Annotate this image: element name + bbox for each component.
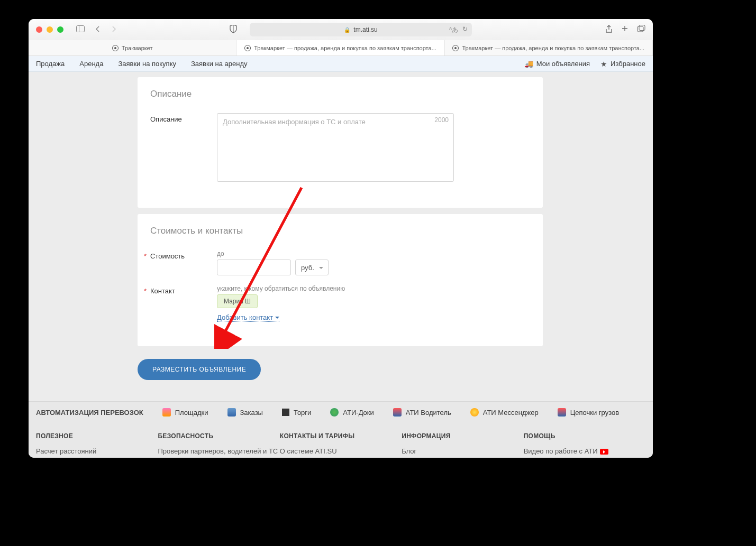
minimize-window-button[interactable] [47,26,53,33]
contact-hint: укажите, к кому обратиться по объявлению [217,285,530,292]
char-count: 2000 [434,116,449,124]
forward-button[interactable] [108,24,120,35]
docs-icon [330,408,339,417]
messenger-icon [470,408,479,417]
window-controls [36,26,63,33]
orders-icon [227,408,236,417]
footer-col-help: ПОМОЩЬ Видео по работе с АТИ [524,432,645,458]
tab-label: Тракмаркет [122,45,153,51]
browser-tab[interactable]: Тракмаркет — продажа, аренда и покупка п… [236,40,444,55]
price-hint: до [217,250,530,257]
footer-col-useful: ПОЛЕЗНОЕ Расчет расстояний [36,432,158,458]
sidebar-toggle-icon[interactable] [73,24,88,35]
description-label: Описание [150,113,217,123]
browser-tab[interactable]: Тракмаркет [29,40,236,55]
contact-chip[interactable]: Мария Ш [217,294,258,308]
nav-item-sale[interactable]: Продажа [36,60,65,68]
privacy-shield-icon[interactable] [230,25,237,35]
favicon-icon [452,45,459,51]
favorites-label: Избранное [611,60,645,68]
titlebar: 🔒 tm.ati.su ᴬあ ↻ [29,19,653,40]
strip-link-orders[interactable]: Заказы [227,408,263,417]
price-contacts-section: Стоимость и контакты Стоимость до руб. К… [138,214,543,346]
strip-link-docs[interactable]: АТИ-Доки [330,408,374,417]
favicon-icon [112,45,119,51]
page-body: Описание Описание 2000 Стоимость и конта… [29,72,653,458]
tab-label: Тракмаркет — продажа, аренда и покупка п… [254,45,436,51]
col-title: ПОЛЕЗНОЕ [36,432,158,440]
nav-item-rent-requests[interactable]: Заявки на аренду [191,60,248,68]
auctions-icon [282,409,289,416]
col-title: ПОМОЩЬ [524,432,645,440]
currency-value: руб. [301,264,314,272]
footer-link[interactable]: Блог [402,447,523,455]
url-text: tm.ati.su [353,26,377,33]
driver-icon [393,408,402,417]
strip-heading: АВТОМАТИЗАЦИЯ ПЕРЕВОЗОК [36,409,143,417]
browser-tabs: Тракмаркет Тракмаркет — продажа, аренда … [29,40,653,56]
browser-tab[interactable]: Тракмаркет — продажа, аренда и покупка п… [445,40,653,55]
chevron-down-icon [275,317,279,321]
browser-window: 🔒 tm.ati.su ᴬあ ↻ Тракмаркет [29,19,653,458]
maximize-window-button[interactable] [57,26,63,33]
my-ads-link[interactable]: 🚚 Мои объявления [524,60,590,68]
footer-link[interactable]: Проверки партнеров, водителей и ТС [158,447,279,455]
footer-link[interactable]: Видео по работе с АТИ [524,447,645,455]
reload-icon[interactable]: ↻ [462,25,468,34]
platforms-icon [162,408,171,417]
add-contact-label: Добавить контакт [217,313,273,321]
close-window-button[interactable] [36,26,42,33]
footer-link[interactable]: Расчет расстояний [36,447,158,455]
svg-rect-3 [639,25,645,30]
new-tab-icon[interactable] [621,25,629,35]
strip-link-platforms[interactable]: Площадки [162,408,208,417]
youtube-icon [600,449,608,455]
description-section: Описание Описание 2000 [138,77,543,208]
svg-rect-0 [77,26,85,32]
strip-link-messenger[interactable]: АТИ Мессенджер [470,408,539,417]
translate-icon[interactable]: ᴬあ [449,25,458,34]
col-title: БЕЗОПАСНОСТЬ [158,432,279,440]
price-input[interactable] [217,260,291,275]
footer-col-info: ИНФОРМАЦИЯ Блог [402,432,523,458]
lock-icon: 🔒 [344,27,350,33]
currency-select[interactable]: руб. [295,260,329,275]
back-button[interactable] [92,24,104,35]
favicon-icon [244,45,251,51]
section-title: Описание [150,89,530,99]
col-title: ИНФОРМАЦИЯ [402,432,523,440]
tabs-overview-icon[interactable] [637,25,645,35]
add-contact-link[interactable]: Добавить контакт [217,313,279,322]
strip-link-chains[interactable]: Цепочки грузов [558,408,619,417]
section-title: Стоимость и контакты [150,226,530,236]
submit-button[interactable]: РАЗМЕСТИТЬ ОБЪЯВЛЕНИЕ [138,359,261,380]
nav-item-rent[interactable]: Аренда [79,60,103,68]
favorites-link[interactable]: ★ Избранное [600,60,645,68]
chains-icon [558,408,566,417]
strip-link-auctions[interactable]: Торги [282,409,311,417]
strip-link-driver[interactable]: АТИ Водитель [393,408,451,417]
footer-col-security: БЕЗОПАСНОСТЬ Проверки партнеров, водител… [158,432,279,458]
footer-columns: ПОЛЕЗНОЕ Расчет расстояний БЕЗОПАСНОСТЬ … [29,423,653,458]
price-label: Стоимость [150,250,217,260]
description-textarea[interactable] [217,113,454,182]
share-icon[interactable] [605,25,613,35]
address-bar[interactable]: 🔒 tm.ati.su ᴬあ ↻ [250,23,472,36]
my-ads-label: Мои объявления [536,60,590,68]
star-icon: ★ [600,60,607,68]
contact-label: Контакт [150,285,217,295]
nav-item-buy-requests[interactable]: Заявки на покупку [118,60,176,68]
truck-icon: 🚚 [524,60,533,68]
footer-col-contacts: КОНТАКТЫ И ТАРИФЫ О системе ATI.SU [280,432,402,458]
app-nav: Продажа Аренда Заявки на покупку Заявки … [29,56,653,72]
col-title: КОНТАКТЫ И ТАРИФЫ [280,432,402,440]
tab-label: Тракмаркет — продажа, аренда и покупка п… [462,45,644,51]
footer-link[interactable]: О системе ATI.SU [280,447,402,455]
svg-rect-2 [637,26,643,32]
automation-strip: АВТОМАТИЗАЦИЯ ПЕРЕВОЗОК Площадки Заказы … [29,401,653,423]
